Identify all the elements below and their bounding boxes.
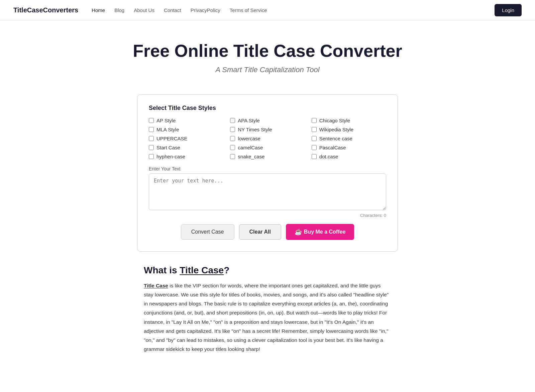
text-input[interactable] (149, 173, 386, 210)
nav-link-home[interactable]: Home (92, 7, 105, 13)
site-logo[interactable]: TitleCaseConverters (13, 6, 78, 14)
checkbox-mla-style[interactable]: MLA Style (149, 127, 223, 132)
nav-link-privacy[interactable]: PrivacyPolicy (191, 7, 220, 13)
textarea-label: Enter Your Text (149, 166, 386, 171)
checkbox-lowercase[interactable]: lowercase (230, 136, 305, 141)
checkbox-sentence-case[interactable]: Sentence case (312, 136, 386, 141)
hero-section: Free Online Title Case Converter A Smart… (0, 21, 535, 84)
checkbox-hyphen-case[interactable]: hyphen-case (149, 154, 223, 159)
nav-links: Home Blog About Us Contact PrivacyPolicy… (92, 7, 495, 13)
coffee-button[interactable]: ☕ Buy Me a Coffee (286, 224, 354, 240)
checkbox-chicago-style[interactable]: Chicago Style (312, 118, 386, 123)
content-body: Title Case is like the VIP section for w… (144, 281, 391, 354)
checkbox-pascalcase[interactable]: PascalCase (312, 145, 386, 150)
checkbox-camelcase[interactable]: camelCase (230, 145, 305, 150)
checkbox-start-case[interactable]: Start Case (149, 145, 223, 150)
login-button[interactable]: Login (495, 4, 522, 16)
char-count: Characters: 0 (149, 213, 386, 218)
checkbox-uppercase[interactable]: UPPERCASE (149, 136, 223, 141)
nav-link-about[interactable]: About Us (134, 7, 154, 13)
hero-subtitle: A Smart Title Capitalization Tool (7, 66, 528, 74)
coffee-icon: ☕ (295, 228, 302, 236)
title-case-link[interactable]: Title Case (180, 265, 224, 275)
converter-card: Select Title Case Styles AP Style APA St… (137, 94, 398, 252)
content-section: What is Title Case? Title Case is like t… (137, 265, 398, 374)
content-heading: What is Title Case? (144, 265, 391, 276)
nav-link-blog[interactable]: Blog (114, 7, 124, 13)
convert-button[interactable]: Convert Case (181, 224, 234, 240)
nav-link-terms[interactable]: Terms of Service (230, 7, 267, 13)
checkbox-nytimes-style[interactable]: NY Times Style (230, 127, 305, 132)
hero-title: Free Online Title Case Converter (7, 41, 528, 61)
checkbox-grid: AP Style APA Style Chicago Style MLA Sty… (149, 118, 386, 159)
content-bold-term: Title Case (144, 283, 168, 288)
checkbox-ap-style[interactable]: AP Style (149, 118, 223, 123)
navbar: TitleCaseConverters Home Blog About Us C… (0, 0, 535, 21)
checkbox-snake-case[interactable]: snake_case (230, 154, 305, 159)
checkbox-apa-style[interactable]: APA Style (230, 118, 305, 123)
card-section-title: Select Title Case Styles (149, 105, 386, 112)
content-body-text: is like the VIP section for words, where… (144, 283, 389, 352)
checkbox-dot-case[interactable]: dot.case (312, 154, 386, 159)
checkbox-wikipedia-style[interactable]: Wikipedia Style (312, 127, 386, 132)
clear-button[interactable]: Clear All (239, 224, 281, 240)
nav-link-contact[interactable]: Contact (164, 7, 181, 13)
button-row: Convert Case Clear All ☕ Buy Me a Coffee (149, 224, 386, 240)
